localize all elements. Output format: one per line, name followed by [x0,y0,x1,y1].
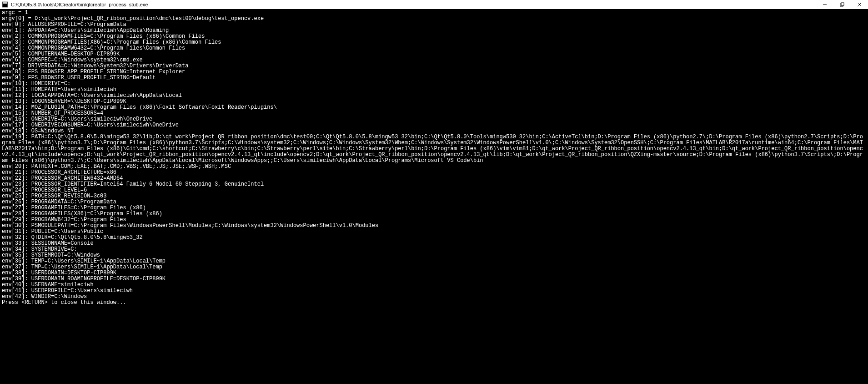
titlebar[interactable]: C:\Qt\Qt5.8.0\Tools\QtCreator\bin\qtcrea… [0,0,868,9]
maximize-button[interactable] [833,0,851,9]
window-controls [816,0,868,9]
app-icon [2,1,8,8]
svg-rect-1 [3,2,7,4]
svg-rect-4 [841,3,844,5]
console-output[interactable]: argc = 1 argv[0] = D:\qt_work\Project_QR… [0,9,868,384]
close-button[interactable] [851,0,868,9]
window-title: C:\Qt\Qt5.8.0\Tools\QtCreator\bin\qtcrea… [11,2,816,7]
minimize-button[interactable] [816,0,833,9]
